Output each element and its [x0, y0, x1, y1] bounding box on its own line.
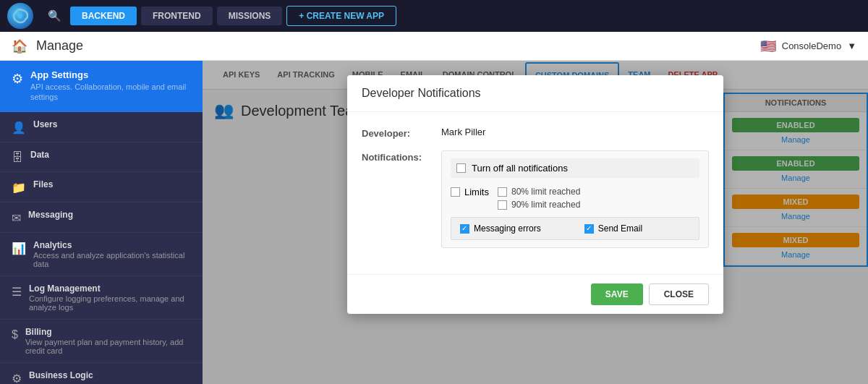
limits-checkbox[interactable]: [451, 187, 460, 197]
billing-label: Billing: [25, 327, 191, 337]
messaging-errors-label: Messaging errors: [474, 223, 541, 234]
limit-90-row: 90% limit reached: [498, 200, 580, 210]
sidebar-item-messaging[interactable]: ✉ Messaging: [0, 202, 203, 233]
developer-label: Developer:: [362, 127, 441, 139]
limit-80-row: 80% limit reached: [498, 187, 580, 197]
limit-80-label: 80% limit reached: [511, 187, 580, 197]
analytics-desc: Access and analyze application's statist…: [33, 251, 191, 268]
send-email-check: Send Email: [584, 223, 642, 234]
turn-off-label: Turn off all notifications: [472, 163, 568, 174]
sidebar-item-log-management[interactable]: ☰ Log Management Configure logging prefe…: [0, 276, 203, 320]
sidebar-item-manage[interactable]: ⚙ App Settings API access. Collaboration…: [0, 61, 203, 112]
send-email-label: Send Email: [598, 223, 642, 234]
modal-title: Developer Notifications: [347, 75, 723, 112]
manage-icon: ⚙: [12, 71, 23, 87]
second-bar: 🏠 Manage 🇺🇸 ConsoleDemo ▼: [0, 32, 868, 61]
developer-value: Mark Piller: [441, 127, 485, 137]
sidebar-item-files[interactable]: 📁 Files: [0, 172, 203, 202]
turn-off-row: Turn off all notifications: [451, 158, 699, 178]
backend-nav-button[interactable]: BACKEND: [70, 7, 137, 25]
messaging-icon: ✉: [12, 211, 21, 225]
main-layout: ⚙ App Settings API access. Collaboration…: [0, 61, 868, 384]
save-button[interactable]: SAVE: [591, 283, 643, 305]
limits-label: Limits: [464, 187, 489, 197]
home-icon[interactable]: 🏠: [12, 38, 27, 54]
page-title: Manage: [36, 38, 760, 54]
create-new-app-button[interactable]: CREATE NEW APP: [286, 6, 396, 26]
sidebar-item-analytics[interactable]: 📊 Analytics Access and analyze applicati…: [0, 233, 203, 276]
limits-left: Limits: [451, 187, 489, 197]
data-label: Data: [30, 150, 49, 160]
close-button[interactable]: CLOSE: [649, 283, 709, 305]
messaging-row: Messaging errors Send Email: [451, 217, 699, 240]
business-logic-label: Business Logic: [29, 370, 93, 380]
search-icon[interactable]: 🔍: [43, 9, 66, 22]
content-area: API KEYS API TRACKING MOBILE EMAIL DOMAI…: [203, 61, 868, 384]
limit-90-checkbox[interactable]: [498, 200, 507, 210]
billing-desc: View payment plan and payment history, a…: [25, 338, 191, 355]
developer-field: Developer: Mark Piller: [362, 127, 709, 139]
notifications-label: Notifications:: [362, 150, 441, 163]
turn-off-checkbox[interactable]: [456, 163, 466, 173]
manage-item-desc: API access. Collaboration, mobile and em…: [30, 82, 191, 103]
log-desc: Configure logging preferences, manage an…: [29, 294, 191, 312]
messaging-label: Messaging: [28, 210, 73, 220]
messaging-errors-check: Messaging errors: [460, 223, 541, 234]
missions-nav-button[interactable]: MISSIONS: [217, 7, 283, 25]
log-label: Log Management: [29, 283, 191, 294]
modal-footer: SAVE CLOSE: [347, 274, 723, 314]
top-navigation: 🔍 BACKEND FRONTEND MISSIONS CREATE NEW A…: [0, 0, 868, 32]
messaging-errors-checkbox[interactable]: [460, 224, 469, 234]
frontend-nav-button[interactable]: FRONTEND: [141, 7, 213, 25]
files-label: Files: [33, 179, 53, 189]
log-icon: ☰: [12, 285, 22, 299]
sidebar-item-billing[interactable]: $ Billing View payment plan and payment …: [0, 320, 203, 363]
sidebar-item-business-logic[interactable]: ⚙ Business Logic: [0, 363, 203, 384]
modal-overlay: Developer Notifications Developer: Mark …: [203, 61, 868, 384]
chevron-down-icon[interactable]: ▼: [847, 40, 856, 51]
username: ConsoleDemo: [782, 40, 841, 51]
notifications-field: Notifications: Turn off all notification…: [362, 150, 709, 248]
business-logic-icon: ⚙: [12, 372, 22, 384]
analytics-label: Analytics: [33, 240, 191, 250]
analytics-icon: 📊: [12, 242, 26, 255]
sidebar-item-users[interactable]: 👤 Users: [0, 112, 203, 142]
users-icon: 👤: [12, 121, 26, 135]
notifications-section: Turn off all notifications Limits: [441, 150, 709, 248]
flag-icon: 🇺🇸: [760, 38, 776, 54]
developer-notifications-modal: Developer Notifications Developer: Mark …: [347, 75, 723, 314]
limits-right: 80% limit reached 90% limit reached: [498, 187, 580, 210]
sidebar: ⚙ App Settings API access. Collaboration…: [0, 61, 203, 384]
limits-row: Limits 80% limit reached 90: [451, 187, 699, 210]
send-email-checkbox[interactable]: [584, 224, 594, 234]
users-label: Users: [33, 119, 57, 129]
app-logo: [7, 3, 33, 29]
data-icon: 🗄: [12, 151, 23, 164]
limit-80-checkbox[interactable]: [498, 187, 507, 197]
modal-body: Developer: Mark Piller Notifications: Tu…: [347, 112, 723, 274]
sidebar-item-data[interactable]: 🗄 Data: [0, 142, 203, 172]
user-area: 🇺🇸 ConsoleDemo ▼: [760, 38, 856, 54]
billing-icon: $: [12, 328, 18, 341]
files-icon: 📁: [12, 181, 26, 195]
manage-item-title: App Settings: [30, 69, 191, 80]
limit-90-label: 90% limit reached: [511, 200, 580, 210]
